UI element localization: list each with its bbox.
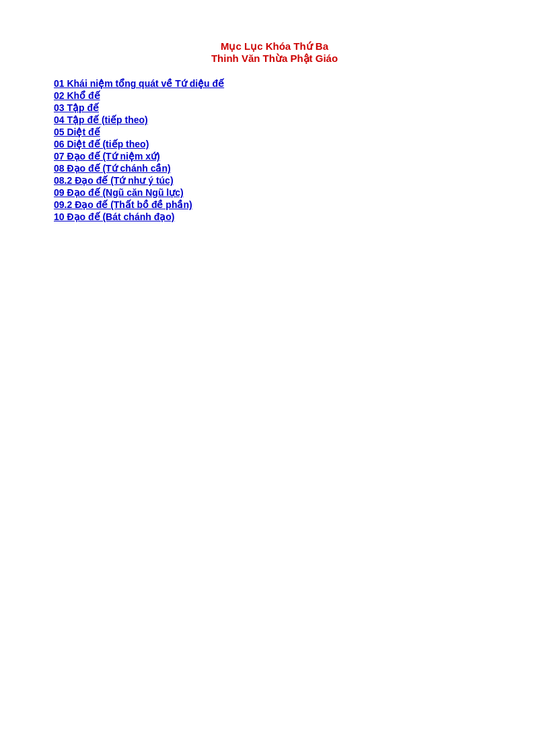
title-line1: Mục Lục Khóa Thứ Ba bbox=[54, 40, 495, 53]
toc-link-4[interactable]: 04 Tập đế (tiếp theo) bbox=[54, 114, 148, 125]
toc-link-7[interactable]: 07 Đạo đế (Tứ niệm xứ) bbox=[54, 151, 160, 162]
toc-link-6[interactable]: 06 Diệt đế (tiếp theo) bbox=[54, 139, 149, 149]
list-item: 03 Tập đế bbox=[54, 102, 495, 113]
toc-link-9[interactable]: 08.2 Đạo đế (Tứ như ý túc) bbox=[54, 175, 174, 186]
toc-link-8[interactable]: 08 Đạo đế (Tứ chánh cần) bbox=[54, 163, 171, 174]
title-line2: Thinh Văn Thừa Phật Giáo bbox=[54, 53, 495, 65]
list-item: 07 Đạo đế (Tứ niệm xứ) bbox=[54, 151, 495, 162]
list-item: 01 Khái niệm tổng quát về Tứ diệu đế bbox=[54, 78, 495, 89]
toc-link-11[interactable]: 09.2 Đạo đế (Thất bồ đề phần) bbox=[54, 199, 192, 210]
page-header: Mục Lục Khóa Thứ Ba Thinh Văn Thừa Phật … bbox=[54, 40, 495, 65]
toc-link-12[interactable]: 10 Đạo đế (Bát chánh đạo) bbox=[54, 211, 174, 222]
list-item: 02 Khổ đế bbox=[54, 90, 495, 101]
list-item: 06 Diệt đế (tiếp theo) bbox=[54, 139, 495, 149]
list-item: 09 Đạo đế (Ngũ căn Ngũ lực) bbox=[54, 187, 495, 198]
list-item: 04 Tập đế (tiếp theo) bbox=[54, 114, 495, 125]
list-item: 10 Đạo đế (Bát chánh đạo) bbox=[54, 211, 495, 222]
toc-link-2[interactable]: 02 Khổ đế bbox=[54, 90, 100, 101]
toc-list: 01 Khái niệm tổng quát về Tứ diệu đế02 K… bbox=[54, 78, 495, 222]
list-item: 09.2 Đạo đế (Thất bồ đề phần) bbox=[54, 199, 495, 210]
toc-link-10[interactable]: 09 Đạo đế (Ngũ căn Ngũ lực) bbox=[54, 187, 184, 198]
list-item: 08.2 Đạo đế (Tứ như ý túc) bbox=[54, 175, 495, 186]
toc-link-5[interactable]: 05 Diệt đế bbox=[54, 127, 100, 137]
toc-link-1[interactable]: 01 Khái niệm tổng quát về Tứ diệu đế bbox=[54, 78, 224, 89]
list-item: 08 Đạo đế (Tứ chánh cần) bbox=[54, 163, 495, 174]
list-item: 05 Diệt đế bbox=[54, 127, 495, 137]
toc-link-3[interactable]: 03 Tập đế bbox=[54, 102, 99, 113]
